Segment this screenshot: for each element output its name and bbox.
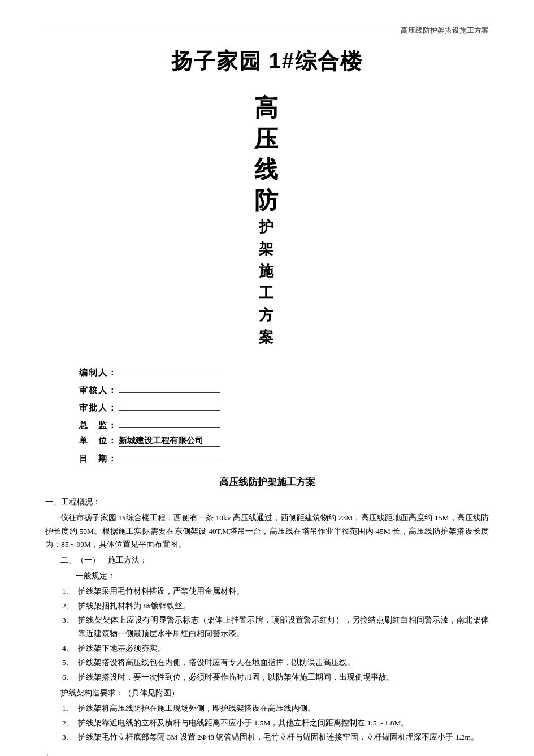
general-rules-label: 一般规定： [45,569,489,583]
rule-text-4: 护线架下地基必须夯实。 [78,642,489,655]
title-text: 扬子家园 1#综合楼 [171,49,363,73]
reviewer-value [119,383,220,393]
struct-num-2: 2、 [62,716,78,730]
structure-req-label: 护线架构造要求：（具体见附图） [45,686,489,700]
construction-method-title: 施工方法： [108,556,147,564]
header-divider [45,23,489,23]
page-number: 1 [45,753,49,756]
section-one-para1: 仪征市扬子家园 1#综合楼工程，西侧有一条 10kv 高压线通过，西侧距建筑物约… [45,511,489,551]
rule-num-4: 4、 [62,642,78,655]
struct-item-3: 3、 护线架毛竹立杆底部每隔 3M 设置 2Φ48 钢管锚固桩，毛竹立杆与锚固桩… [62,731,489,744]
struct-text-2: 护线架靠近电线的立杆及横杆与电线距离不应小于 1.5M，其他立杆之间距离控制在 … [78,716,489,730]
editor-value [119,365,220,375]
approver-row: 审批人： [79,400,489,413]
rule-item-6: 6、 护线架搭设时，要一次性到位，必须时要作临时加固，以防架体施工期间，出现倒塌… [62,671,489,684]
rule-item-4: 4、 护线架下地基必须夯实。 [62,642,489,655]
rule-text-5: 护线架搭设将高压线包在内侧，搭设时应有专人在地面指挥，以防误击高压线。 [78,656,489,669]
approver-value [119,400,220,411]
rule-num-1: 1、 [62,585,78,598]
struct-num-3: 3、 [62,731,78,744]
supervisor-value [119,418,220,428]
approver-label: 审批人： [79,403,119,413]
struct-num-1: 1、 [62,702,78,715]
rule-item-1: 1、 护线架采用毛竹材料搭设，严禁使用金属材料。 [62,585,489,598]
company-label: 单 位： [79,435,119,446]
vertical-title-block: 高压线防 护架施工方案 [45,93,489,348]
document-page: 高压线防护架搭设施工方案 扬子家园 1#综合楼 高压线防 护架施工方案 编制人：… [0,0,534,756]
section-two-heading: 二、（一） 施工方法： [45,554,489,567]
rule-num-5: 5、 [62,656,78,669]
date-row: 日 期： [79,451,489,464]
rule-text-2: 护线架捆扎材料为 8#镀锌铁丝。 [78,599,489,613]
company-row: 单 位： 新城建设工程有限公司 [79,435,489,447]
rule-text-6: 护线架搭设时，要一次性到位，必须时要作临时加固，以防架体施工期间，出现倒塌事故。 [78,671,489,684]
info-section: 编制人： 审核人： 审批人： 总 监： 单 位： 新城建设工程有限公司 日 期： [79,365,489,464]
rule-item-2: 2、 护线架捆扎材料为 8#镀锌铁丝。 [62,599,489,613]
body-content: 一、工程概况： 仪征市扬子家园 1#综合楼工程，西侧有一条 10kv 高压线通过… [45,495,489,744]
rule-num-2: 2、 [62,599,78,613]
structure-list: 1、 护线架将高压线防护在施工现场外侧，即护线架搭设在高压线内侧。 2、 护线架… [62,702,489,744]
supervisor-label: 总 监： [79,420,119,431]
editor-row: 编制人： [79,365,489,378]
vertical-small-chars: 护架施工方案 [259,216,276,348]
rule-num-3: 3、 [62,614,78,627]
struct-text-1: 护线架将高压线防护在施工现场外侧，即护线架搭设在高压线内侧。 [78,702,489,715]
main-title: 扬子家园 1#综合楼 [45,47,489,76]
supervisor-row: 总 监： [79,418,489,431]
struct-item-1: 1、 护线架将高压线防护在施工现场外侧，即护线架搭设在高压线内侧。 [62,702,489,715]
vertical-big-chars: 高压线防 [254,93,280,216]
editor-label: 编制人： [79,368,119,378]
rule-num-6: 6、 [62,671,78,684]
rule-item-3: 3、 护线架架体上应设有明显警示标志（架体上挂警示牌，顶部设置警示红灯），另拉结… [62,614,489,640]
rule-text-3: 护线架架体上应设有明显警示标志（架体上挂警示牌，顶部设置警示红灯），另拉结点刷红… [78,614,489,640]
struct-item-2: 2、 护线架靠近电线的立杆及横杆与电线距离不应小于 1.5M，其他立杆之间距离控… [62,716,489,730]
date-label: 日 期： [79,453,119,464]
section-title: 高压线防护架施工方案 [45,476,489,489]
rule-text-1: 护线架采用毛竹材料搭设，严禁使用金属材料。 [78,585,489,598]
company-value: 新城建设工程有限公司 [119,435,220,447]
date-value [119,451,220,461]
reviewer-label: 审核人： [79,385,119,396]
reviewer-row: 审核人： [79,383,489,396]
header-title: 高压线防护架搭设施工方案 [45,25,489,36]
struct-text-3: 护线架毛竹立杆底部每隔 3M 设置 2Φ48 钢管锚固桩，毛竹立杆与锚固桩连接牢… [78,731,489,744]
rules-list: 1、 护线架采用毛竹材料搭设，严禁使用金属材料。 2、 护线架捆扎材料为 8#镀… [62,585,489,684]
rule-item-5: 5、 护线架搭设将高压线包在内侧，搭设时应有专人在地面指挥，以防误击高压线。 [62,656,489,669]
section-one-heading: 一、工程概况： [45,495,489,509]
